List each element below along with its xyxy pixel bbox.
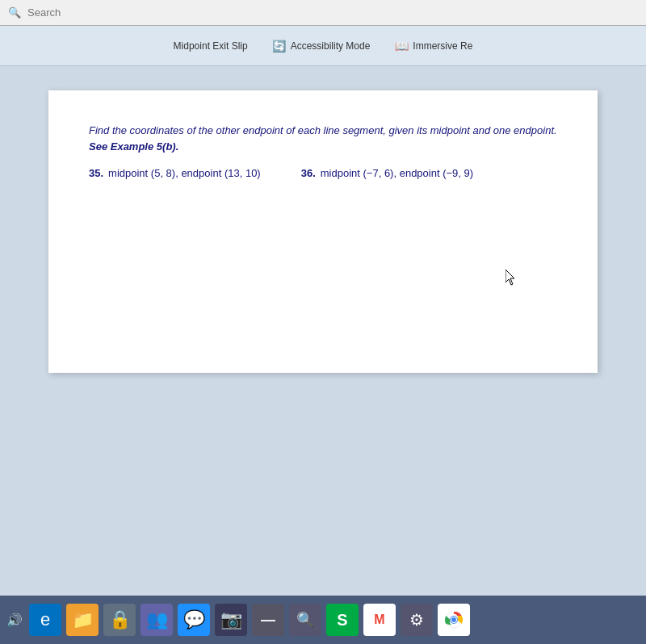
taskbar-dash[interactable]: — xyxy=(252,604,284,636)
taskbar-chrome[interactable] xyxy=(438,604,470,636)
instruction-bold: See Example 5(b). xyxy=(89,140,178,153)
problem-36: 36. midpoint (−7, 6), endpoint (−9, 9) xyxy=(301,165,473,182)
taskbar-files[interactable]: 📁 xyxy=(66,604,99,636)
immersive-icon: 📖 xyxy=(394,39,409,53)
document-area: Find the coordinates of the other endpoi… xyxy=(0,66,646,596)
problem-35: 35. midpoint (5, 8), endpoint (13, 10) xyxy=(89,165,261,182)
problems-row: 35. midpoint (5, 8), endpoint (13, 10) 3… xyxy=(89,165,557,182)
main-content: Midpoint Exit Slip 🔄 Accessibility Mode … xyxy=(0,26,646,596)
taskbar-stream[interactable]: 💬 xyxy=(178,604,210,636)
accessibility-mode-label: Accessibility Mode xyxy=(291,40,371,52)
svg-marker-0 xyxy=(505,270,514,285)
search-bar[interactable]: 🔍 xyxy=(0,0,646,26)
midpoint-exit-slip-button[interactable]: Midpoint Exit Slip xyxy=(174,40,248,52)
exit-slip-label: Midpoint Exit Slip xyxy=(174,40,248,52)
taskbar-camera[interactable]: 📷 xyxy=(215,604,247,636)
mouse-cursor xyxy=(505,270,517,284)
problem-36-text: midpoint (−7, 6), endpoint (−9, 9) xyxy=(321,165,473,182)
problem-35-number: 35. xyxy=(89,165,103,182)
problem-35-text: midpoint (5, 8), endpoint (13, 10) xyxy=(108,165,261,182)
taskbar-s[interactable]: S xyxy=(326,604,359,636)
taskbar-search[interactable]: 🔍 xyxy=(289,604,321,636)
svg-point-4 xyxy=(451,617,456,622)
immersive-reader-button[interactable]: 📖 Immersive Re xyxy=(394,39,472,53)
problem-36-number: 36. xyxy=(301,165,316,182)
taskbar-gmail[interactable]: M xyxy=(363,604,396,636)
taskbar-edge[interactable]: e xyxy=(29,604,61,636)
instruction-text: Find the coordinates of the other endpoi… xyxy=(89,123,557,154)
taskbar: 🔊 e 📁 🔒 👥 💬 📷 — 🔍 S M ⚙ xyxy=(0,596,646,644)
volume-icon: 🔊 xyxy=(8,608,21,632)
taskbar-lock[interactable]: 🔒 xyxy=(103,604,136,636)
search-input[interactable] xyxy=(27,6,638,19)
document-page: Find the coordinates of the other endpoi… xyxy=(48,90,598,373)
taskbar-teams[interactable]: 👥 xyxy=(141,604,173,636)
immersive-reader-label: Immersive Re xyxy=(413,40,472,52)
taskbar-gear[interactable]: ⚙ xyxy=(401,604,433,636)
search-icon: 🔍 xyxy=(8,6,21,19)
accessibility-icon: 🔄 xyxy=(272,39,287,53)
accessibility-mode-button[interactable]: 🔄 Accessibility Mode xyxy=(272,39,371,53)
toolbar: Midpoint Exit Slip 🔄 Accessibility Mode … xyxy=(0,26,646,66)
